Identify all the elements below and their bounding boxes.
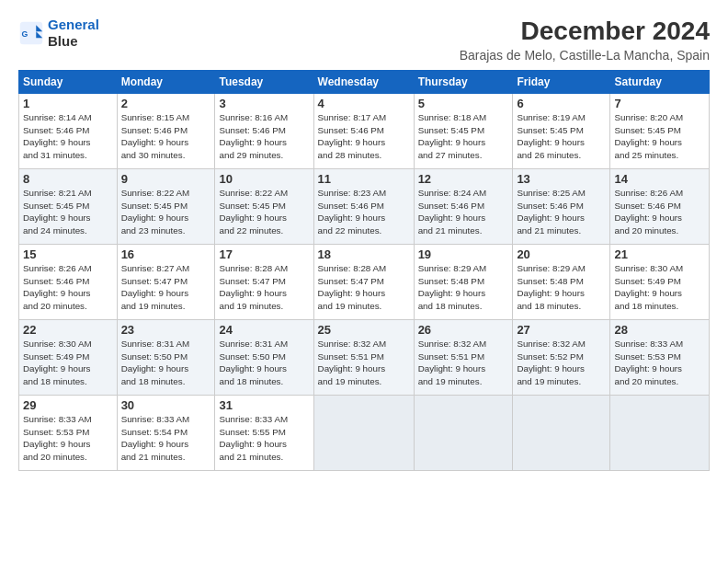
day-info: Sunrise: 8:17 AM Sunset: 5:46 PM Dayligh…: [318, 111, 410, 162]
calendar-day-cell: 18Sunrise: 8:28 AM Sunset: 5:47 PM Dayli…: [313, 245, 414, 320]
calendar-day-cell: 10Sunrise: 8:22 AM Sunset: 5:45 PM Dayli…: [215, 169, 313, 245]
day-info: Sunrise: 8:26 AM Sunset: 5:46 PM Dayligh…: [614, 187, 705, 237]
day-info: Sunrise: 8:33 AM Sunset: 5:53 PM Dayligh…: [614, 338, 705, 388]
calendar-day-cell: 3Sunrise: 8:16 AM Sunset: 5:46 PM Daylig…: [215, 94, 313, 169]
calendar-day-cell: 7Sunrise: 8:20 AM Sunset: 5:45 PM Daylig…: [610, 94, 710, 169]
calendar-day-cell: 14Sunrise: 8:26 AM Sunset: 5:46 PM Dayli…: [610, 169, 710, 245]
calendar-day-cell: [513, 396, 610, 471]
day-of-week-header: Monday: [117, 71, 215, 94]
day-number: 4: [318, 97, 410, 110]
day-info: Sunrise: 8:18 AM Sunset: 5:45 PM Dayligh…: [418, 111, 509, 162]
day-info: Sunrise: 8:33 AM Sunset: 5:55 PM Dayligh…: [219, 413, 309, 464]
calendar-day-cell: 28Sunrise: 8:33 AM Sunset: 5:53 PM Dayli…: [610, 320, 710, 396]
calendar-day-cell: 4Sunrise: 8:17 AM Sunset: 5:46 PM Daylig…: [313, 94, 414, 169]
day-number: 15: [23, 247, 113, 261]
calendar-day-cell: [610, 396, 710, 471]
day-info: Sunrise: 8:26 AM Sunset: 5:46 PM Dayligh…: [23, 262, 113, 313]
day-info: Sunrise: 8:29 AM Sunset: 5:48 PM Dayligh…: [418, 262, 509, 313]
day-number: 16: [121, 247, 211, 261]
day-info: Sunrise: 8:20 AM Sunset: 5:45 PM Dayligh…: [614, 111, 705, 162]
calendar-day-cell: 6Sunrise: 8:19 AM Sunset: 5:45 PM Daylig…: [513, 94, 610, 169]
day-info: Sunrise: 8:32 AM Sunset: 5:51 PM Dayligh…: [418, 338, 509, 388]
day-number: 21: [614, 247, 705, 261]
day-number: 18: [318, 247, 410, 261]
day-number: 12: [418, 172, 509, 186]
day-number: 17: [219, 247, 309, 261]
day-number: 3: [219, 97, 309, 110]
day-number: 19: [418, 247, 509, 261]
day-of-week-header: Thursday: [414, 71, 513, 94]
calendar-day-cell: 26Sunrise: 8:32 AM Sunset: 5:51 PM Dayli…: [414, 320, 513, 396]
calendar-week-row: 1Sunrise: 8:14 AM Sunset: 5:46 PM Daylig…: [19, 94, 710, 169]
calendar-day-cell: 9Sunrise: 8:22 AM Sunset: 5:45 PM Daylig…: [117, 169, 215, 245]
day-info: Sunrise: 8:15 AM Sunset: 5:46 PM Dayligh…: [121, 111, 211, 162]
day-number: 20: [517, 247, 606, 261]
svg-text:G: G: [22, 29, 28, 39]
calendar-day-cell: 8Sunrise: 8:21 AM Sunset: 5:45 PM Daylig…: [19, 169, 118, 245]
day-info: Sunrise: 8:19 AM Sunset: 5:45 PM Dayligh…: [517, 111, 606, 162]
day-number: 8: [23, 172, 113, 186]
day-of-week-header: Saturday: [610, 71, 710, 94]
calendar-body: 1Sunrise: 8:14 AM Sunset: 5:46 PM Daylig…: [19, 94, 710, 471]
calendar: SundayMondayTuesdayWednesdayThursdayFrid…: [18, 70, 710, 471]
day-number: 26: [418, 323, 509, 337]
calendar-day-cell: 5Sunrise: 8:18 AM Sunset: 5:45 PM Daylig…: [414, 94, 513, 169]
calendar-day-cell: 13Sunrise: 8:25 AM Sunset: 5:46 PM Dayli…: [513, 169, 610, 245]
day-info: Sunrise: 8:27 AM Sunset: 5:47 PM Dayligh…: [121, 262, 211, 313]
calendar-day-cell: 29Sunrise: 8:33 AM Sunset: 5:53 PM Dayli…: [19, 396, 118, 471]
main-title: December 2024: [460, 17, 710, 46]
calendar-day-cell: 17Sunrise: 8:28 AM Sunset: 5:47 PM Dayli…: [215, 245, 313, 320]
calendar-day-cell: 21Sunrise: 8:30 AM Sunset: 5:49 PM Dayli…: [610, 245, 710, 320]
calendar-day-cell: 20Sunrise: 8:29 AM Sunset: 5:48 PM Dayli…: [513, 245, 610, 320]
day-number: 28: [614, 323, 705, 337]
day-info: Sunrise: 8:23 AM Sunset: 5:46 PM Dayligh…: [318, 187, 410, 237]
calendar-header-row: SundayMondayTuesdayWednesdayThursdayFrid…: [19, 71, 710, 94]
day-info: Sunrise: 8:14 AM Sunset: 5:46 PM Dayligh…: [23, 111, 113, 162]
calendar-week-row: 29Sunrise: 8:33 AM Sunset: 5:53 PM Dayli…: [19, 396, 710, 471]
day-info: Sunrise: 8:16 AM Sunset: 5:46 PM Dayligh…: [219, 111, 309, 162]
day-info: Sunrise: 8:25 AM Sunset: 5:46 PM Dayligh…: [517, 187, 606, 237]
day-info: Sunrise: 8:30 AM Sunset: 5:49 PM Dayligh…: [614, 262, 705, 313]
calendar-day-cell: 19Sunrise: 8:29 AM Sunset: 5:48 PM Dayli…: [414, 245, 513, 320]
day-of-week-header: Wednesday: [313, 71, 414, 94]
logo-text: General Blue: [48, 17, 99, 50]
day-number: 27: [517, 323, 606, 337]
day-info: Sunrise: 8:28 AM Sunset: 5:47 PM Dayligh…: [318, 262, 410, 313]
calendar-day-cell: 12Sunrise: 8:24 AM Sunset: 5:46 PM Dayli…: [414, 169, 513, 245]
day-of-week-header: Sunday: [19, 71, 118, 94]
calendar-week-row: 15Sunrise: 8:26 AM Sunset: 5:46 PM Dayli…: [19, 245, 710, 320]
day-info: Sunrise: 8:32 AM Sunset: 5:52 PM Dayligh…: [517, 338, 606, 388]
calendar-day-cell: 1Sunrise: 8:14 AM Sunset: 5:46 PM Daylig…: [19, 94, 118, 169]
calendar-week-row: 8Sunrise: 8:21 AM Sunset: 5:45 PM Daylig…: [19, 169, 710, 245]
subtitle: Barajas de Melo, Castille-La Mancha, Spa…: [460, 48, 710, 63]
calendar-day-cell: 22Sunrise: 8:30 AM Sunset: 5:49 PM Dayli…: [19, 320, 118, 396]
day-number: 31: [219, 398, 309, 412]
day-info: Sunrise: 8:21 AM Sunset: 5:45 PM Dayligh…: [23, 187, 113, 237]
calendar-day-cell: 2Sunrise: 8:15 AM Sunset: 5:46 PM Daylig…: [117, 94, 215, 169]
day-number: 30: [121, 398, 211, 412]
day-info: Sunrise: 8:24 AM Sunset: 5:46 PM Dayligh…: [418, 187, 509, 237]
calendar-day-cell: 16Sunrise: 8:27 AM Sunset: 5:47 PM Dayli…: [117, 245, 215, 320]
day-info: Sunrise: 8:31 AM Sunset: 5:50 PM Dayligh…: [219, 338, 309, 388]
day-number: 29: [23, 398, 113, 412]
day-of-week-header: Tuesday: [215, 71, 313, 94]
day-info: Sunrise: 8:22 AM Sunset: 5:45 PM Dayligh…: [219, 187, 309, 237]
page: G General Blue December 2024 Barajas de …: [0, 0, 728, 563]
day-number: 13: [517, 172, 606, 186]
calendar-day-cell: 15Sunrise: 8:26 AM Sunset: 5:46 PM Dayli…: [19, 245, 118, 320]
day-info: Sunrise: 8:22 AM Sunset: 5:45 PM Dayligh…: [121, 187, 211, 237]
day-number: 22: [23, 323, 113, 337]
header: G General Blue December 2024 Barajas de …: [18, 17, 710, 63]
day-number: 23: [121, 323, 211, 337]
calendar-day-cell: [313, 396, 414, 471]
day-info: Sunrise: 8:28 AM Sunset: 5:47 PM Dayligh…: [219, 262, 309, 313]
calendar-day-cell: 30Sunrise: 8:33 AM Sunset: 5:54 PM Dayli…: [117, 396, 215, 471]
day-number: 2: [121, 97, 211, 110]
day-info: Sunrise: 8:31 AM Sunset: 5:50 PM Dayligh…: [121, 338, 211, 388]
day-number: 6: [517, 97, 606, 110]
day-of-week-header: Friday: [513, 71, 610, 94]
calendar-day-cell: 11Sunrise: 8:23 AM Sunset: 5:46 PM Dayli…: [313, 169, 414, 245]
day-number: 10: [219, 172, 309, 186]
calendar-day-cell: [414, 396, 513, 471]
day-number: 11: [318, 172, 410, 186]
